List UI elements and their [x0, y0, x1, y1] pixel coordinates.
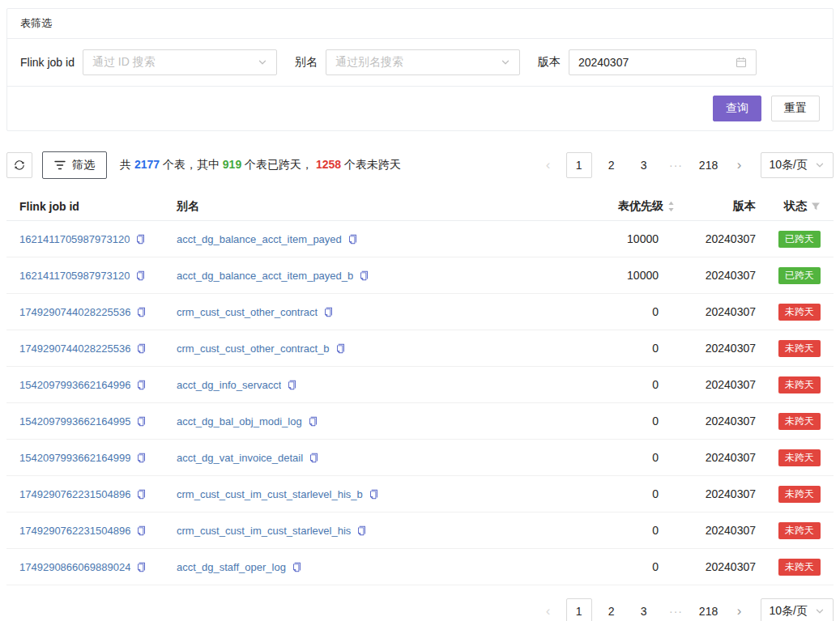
- alias-select[interactable]: 通过别名搜索: [326, 49, 520, 75]
- pagination-page-2[interactable]: 2: [599, 598, 625, 621]
- id-copy-icon[interactable]: [135, 234, 146, 245]
- status-badge: 未跨天: [778, 413, 821, 430]
- alias-cell: crm_cust_cust_other_contract_b: [177, 342, 553, 355]
- version-cell: 20240307: [675, 560, 756, 573]
- pagination-page-1[interactable]: 1: [566, 152, 592, 178]
- sorter-icon[interactable]: [667, 201, 675, 212]
- alias-copy-icon[interactable]: [309, 453, 319, 463]
- column-header-priority[interactable]: 表优先级: [553, 199, 675, 214]
- summary-segment: 个表，其中: [160, 158, 223, 171]
- flink-job-id-link[interactable]: 1621411705987973120: [19, 233, 130, 245]
- page-size-select[interactable]: 10条/页: [761, 152, 834, 178]
- status-badge: 未跨天: [778, 340, 821, 357]
- id-copy-icon[interactable]: [135, 270, 146, 281]
- pagination-prev-button[interactable]: ‹: [537, 598, 560, 621]
- pagination-page-218[interactable]: 218: [696, 152, 722, 178]
- status-cell: 未跨天: [756, 304, 821, 321]
- pagination-bottom: ‹123···218›10条/页: [537, 598, 834, 621]
- flink-job-id-link[interactable]: 1542097993662164996: [19, 379, 130, 391]
- flink-job-id-link[interactable]: 1749290866069889024: [19, 561, 130, 573]
- alias-link[interactable]: acct_dg_balance_acct_item_payed_b: [177, 270, 353, 282]
- status-badge: 未跨天: [778, 449, 821, 466]
- alias-link[interactable]: crm_cust_cust_other_contract_b: [177, 342, 330, 355]
- version-date-input[interactable]: 20240307: [569, 49, 757, 75]
- alias-copy-icon[interactable]: [369, 489, 379, 500]
- pagination-prev-button[interactable]: ‹: [537, 152, 560, 178]
- filter-toggle-button[interactable]: 筛选: [42, 151, 107, 179]
- page-size-label: 10条/页: [770, 158, 808, 172]
- flink-job-id-cell: 1749290866069889024: [19, 561, 177, 573]
- pagination-top: ‹123···218›10条/页: [537, 152, 834, 178]
- pagination-page-3[interactable]: 3: [631, 598, 657, 621]
- alias-copy-icon[interactable]: [348, 234, 358, 245]
- alias-copy-icon[interactable]: [292, 562, 302, 572]
- version-cell: 20240307: [675, 305, 756, 318]
- filter-lines-icon: [54, 160, 66, 171]
- summary-segment: 个表未跨天: [341, 158, 401, 171]
- pagination-next-button[interactable]: ›: [728, 152, 751, 178]
- column-header-flink-job-id: Flink job id: [19, 200, 177, 213]
- id-copy-icon[interactable]: [136, 343, 147, 354]
- status-cell: 未跨天: [756, 522, 821, 539]
- alias-copy-icon[interactable]: [359, 270, 369, 281]
- flink-job-id-cell: 1621411705987973120: [19, 233, 177, 245]
- pagination-page-218[interactable]: 218: [696, 598, 722, 621]
- pagination-ellipsis: ···: [663, 152, 689, 178]
- alias-link[interactable]: acct_dg_vat_invoice_detail: [177, 452, 303, 464]
- filter-form: Flink job id 通过 ID 搜索 别名 通过别名搜索 版本 20240…: [7, 39, 833, 87]
- flink-job-id-link[interactable]: 1749290744028225536: [19, 342, 130, 355]
- id-copy-icon[interactable]: [136, 416, 147, 427]
- flink-job-id-link[interactable]: 1749290744028225536: [19, 306, 130, 318]
- alias-link[interactable]: acct_dg_staff_oper_log: [177, 561, 286, 573]
- alias-cell: crm_cust_cust_im_cust_starlevel_his: [177, 525, 553, 537]
- refresh-button[interactable]: [6, 152, 32, 178]
- alias-copy-icon[interactable]: [335, 343, 346, 354]
- version-label: 版本: [538, 55, 561, 70]
- id-copy-icon[interactable]: [136, 380, 147, 390]
- column-header-alias: 别名: [177, 199, 553, 214]
- alias-link[interactable]: acct_dg_bal_obj_modi_log: [177, 415, 302, 427]
- filter-funnel-icon[interactable]: [811, 202, 821, 211]
- flink-job-id-cell: 1542097993662164999: [19, 452, 177, 464]
- id-copy-icon[interactable]: [136, 453, 147, 463]
- pagination-page-1[interactable]: 1: [566, 598, 592, 621]
- id-copy-icon[interactable]: [136, 489, 147, 500]
- version-cell: 20240307: [675, 269, 756, 282]
- flink-job-id-link[interactable]: 1542097993662164995: [19, 415, 130, 427]
- table-row: 1749290744028225536 crm_cust_cust_other_…: [6, 330, 834, 367]
- status-badge: 未跨天: [778, 376, 821, 393]
- alias-link[interactable]: crm_cust_cust_other_contract: [177, 306, 318, 318]
- id-copy-icon[interactable]: [136, 525, 147, 536]
- alias-copy-icon[interactable]: [287, 380, 297, 390]
- alias-copy-icon[interactable]: [323, 307, 334, 317]
- alias-copy-icon[interactable]: [308, 416, 318, 427]
- flink-job-id-link[interactable]: 1749290762231504896: [19, 525, 130, 537]
- alias-copy-icon[interactable]: [356, 525, 367, 536]
- alias-link[interactable]: crm_cust_cust_im_cust_starlevel_his_b: [177, 488, 363, 500]
- id-copy-icon[interactable]: [136, 307, 147, 317]
- pagination-page-3[interactable]: 3: [631, 152, 657, 178]
- flink-job-id-link[interactable]: 1542097993662164999: [19, 452, 130, 464]
- table-row: 1749290744028225536 crm_cust_cust_other_…: [6, 294, 834, 330]
- reset-button[interactable]: 重置: [771, 96, 820, 121]
- crossed-count: 919: [223, 158, 241, 171]
- alias-cell: acct_dg_balance_acct_item_payed_b: [177, 270, 553, 282]
- id-copy-icon[interactable]: [136, 562, 147, 572]
- page-size-select[interactable]: 10条/页: [761, 598, 834, 621]
- query-button[interactable]: 查询: [713, 96, 761, 121]
- flink-job-id-link[interactable]: 1621411705987973120: [19, 270, 130, 282]
- priority-cell: 0: [553, 487, 675, 500]
- flink-job-id-cell: 1749290744028225536: [19, 306, 177, 318]
- alias-link[interactable]: crm_cust_cust_im_cust_starlevel_his: [177, 525, 351, 537]
- priority-cell: 0: [553, 560, 675, 573]
- alias-link[interactable]: acct_dg_info_servacct: [177, 379, 281, 391]
- flink-job-id-select[interactable]: 通过 ID 搜索: [83, 49, 277, 75]
- column-header-status: 状态: [756, 199, 821, 214]
- alias-link[interactable]: acct_dg_balance_acct_item_payed: [177, 233, 342, 245]
- pagination-next-button[interactable]: ›: [728, 598, 751, 621]
- flink-job-id-link[interactable]: 1749290762231504896: [19, 488, 130, 500]
- chevron-down-icon: [815, 606, 825, 616]
- flink-job-id-placeholder: 通过 ID 搜索: [92, 55, 156, 70]
- version-cell: 20240307: [675, 415, 756, 427]
- pagination-page-2[interactable]: 2: [599, 152, 625, 178]
